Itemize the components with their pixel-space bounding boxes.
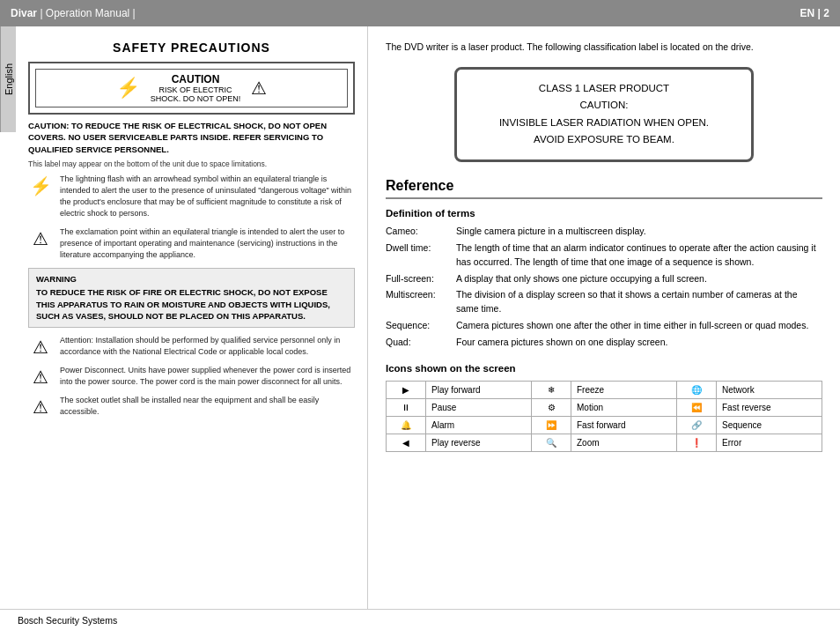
def-row: Dwell time:The length of time that an al… bbox=[386, 241, 822, 271]
language-tab: English bbox=[0, 26, 16, 132]
icon-name-cell: Zoom bbox=[571, 434, 677, 451]
icon-symbol-cell: ⚙ bbox=[532, 398, 571, 416]
exclaim-triangle-icon: ⚠ bbox=[251, 78, 267, 99]
icon-row: ⏸Pause⚙Motion⏪Fast reverse bbox=[387, 398, 822, 416]
def-desc: A display that only shows one picture oc… bbox=[456, 271, 822, 287]
laser-line1: CLASS 1 LASER PRODUCT bbox=[475, 80, 733, 98]
icon-row: 🔔Alarm⏩Fast forward🔗Sequence bbox=[387, 416, 822, 434]
main-content: SAFETY PRECAUTIONS ⚡ CAUTION RISK OF ELE… bbox=[16, 26, 840, 609]
def-term: Full-screen: bbox=[386, 271, 456, 287]
lightning-row: ⚡ The lightning flash with an arrowhead … bbox=[28, 174, 355, 219]
safety-title: SAFETY PRECAUTIONS bbox=[28, 41, 355, 55]
caution-box: ⚡ CAUTION RISK OF ELECTRIC SHOCK. DO NOT… bbox=[28, 62, 355, 115]
power-row: ⚠ Power Disconnect. Units have power sup… bbox=[28, 365, 355, 388]
warning-text: TO REDUCE THE RISK OF FIRE OR ELECTRIC S… bbox=[36, 286, 347, 322]
icon-row: ◀Play reverse🔍Zoom❗Error bbox=[387, 434, 822, 451]
header: Divar | Operation Manual | EN | 2 bbox=[0, 0, 840, 26]
warning-box: WARNING TO REDUCE THE RISK OF FIRE OR EL… bbox=[28, 268, 355, 328]
icon-name-cell: Fast forward bbox=[571, 416, 677, 434]
lightning-icon: ⚡ bbox=[116, 77, 140, 100]
icon-name-cell: Alarm bbox=[426, 416, 532, 434]
def-term: Cameo: bbox=[386, 224, 456, 241]
def-row: Quad:Four camera pictures shown on one d… bbox=[386, 334, 822, 351]
company-name: Bosch Security Systems bbox=[18, 615, 117, 626]
icon-name-cell: Play reverse bbox=[426, 434, 532, 451]
def-term: Dwell time: bbox=[386, 241, 456, 271]
definitions-table: Cameo:Single camera picture in a multisc… bbox=[386, 224, 822, 351]
lightning-description: The lightning flash with an arrowhead sy… bbox=[60, 174, 355, 219]
icons-title: Icons shown on the screen bbox=[386, 363, 822, 374]
language-label: English bbox=[4, 63, 14, 95]
icon-symbol-cell: ⏸ bbox=[387, 398, 426, 416]
icon-symbol-cell: ⏩ bbox=[532, 416, 571, 434]
socket-text: The socket outlet shall be installed nea… bbox=[60, 395, 355, 418]
icon-symbol-cell: ▶ bbox=[387, 381, 426, 398]
socket-icon: ⚠ bbox=[28, 397, 53, 418]
footer: Bosch Security Systems bbox=[0, 609, 840, 630]
doc-type: Operation Manual bbox=[46, 7, 129, 19]
attention-row: ⚠ Attention: Installation should be perf… bbox=[28, 335, 355, 358]
def-row: Sequence:Camera pictures shown one after… bbox=[386, 317, 822, 334]
lightning-sym-icon: ⚡ bbox=[28, 175, 53, 196]
exclaim-description: The exclamation point within an equilate… bbox=[60, 226, 355, 261]
exclaim-sym-icon: ⚠ bbox=[28, 228, 53, 249]
page-number: 2 bbox=[823, 7, 829, 19]
icon-name-cell: Error bbox=[717, 434, 822, 451]
socket-row: ⚠ The socket outlet shall be installed n… bbox=[28, 395, 355, 418]
icon-name-cell: Sequence bbox=[717, 416, 822, 434]
icon-symbol-cell: 🔔 bbox=[387, 416, 426, 434]
caution-title: CAUTION bbox=[151, 73, 240, 85]
def-title: Definition of terms bbox=[386, 208, 822, 219]
icon-name-cell: Freeze bbox=[571, 381, 677, 398]
power-icon: ⚠ bbox=[28, 367, 53, 388]
reference-title: Reference bbox=[386, 178, 822, 199]
right-column: The DVD writer is a laser product. The f… bbox=[368, 26, 840, 609]
def-desc: Camera pictures shown one after the othe… bbox=[456, 317, 822, 334]
brand-name: Divar bbox=[11, 7, 37, 19]
exclaim-row: ⚠ The exclamation point within an equila… bbox=[28, 226, 355, 261]
icon-symbol-cell: ⏪ bbox=[677, 398, 717, 416]
attention-icon: ⚠ bbox=[28, 337, 53, 358]
caution-sub1: RISK OF ELECTRIC bbox=[151, 85, 240, 94]
icon-symbol-cell: 🔗 bbox=[677, 416, 717, 434]
laser-classification-box: CLASS 1 LASER PRODUCT CAUTION: INVISIBLE… bbox=[454, 67, 754, 162]
warning-title: WARNING bbox=[36, 274, 347, 284]
icon-name-cell: Motion bbox=[571, 398, 677, 416]
icon-symbol-cell: 🔍 bbox=[532, 434, 571, 451]
icon-row: ▶Play forward❄Freeze🌐Network bbox=[387, 381, 822, 398]
right-intro: The DVD writer is a laser product. The f… bbox=[386, 41, 822, 55]
def-term: Multiscreen: bbox=[386, 287, 456, 318]
def-term: Sequence: bbox=[386, 317, 456, 334]
label-note: This label may appear on the bottom of t… bbox=[28, 159, 355, 168]
power-text: Power Disconnect. Units have power suppl… bbox=[60, 365, 355, 388]
def-desc: Four camera pictures shown on one displa… bbox=[456, 334, 822, 351]
left-column: SAFETY PRECAUTIONS ⚡ CAUTION RISK OF ELE… bbox=[16, 26, 368, 609]
def-row: Multiscreen:The division of a display sc… bbox=[386, 287, 822, 318]
caution-inner: ⚡ CAUTION RISK OF ELECTRIC SHOCK. DO NOT… bbox=[35, 69, 348, 107]
laser-line3: INVISIBLE LASER RADIATION WHEN OPEN. bbox=[475, 115, 733, 132]
laser-line2: CAUTION: bbox=[475, 97, 733, 115]
def-desc: Single camera picture in a multiscreen d… bbox=[456, 224, 822, 241]
header-right: EN | 2 bbox=[800, 7, 829, 19]
def-row: Cameo:Single camera picture in a multisc… bbox=[386, 224, 822, 241]
caution-sub2: SHOCK. DO NOT OPEN! bbox=[151, 94, 240, 103]
laser-line4: AVOID EXPOSURE TO BEAM. bbox=[475, 131, 733, 149]
def-desc: The length of time that an alarm indicat… bbox=[456, 241, 822, 271]
header-separator2: | bbox=[133, 7, 136, 19]
icon-name-cell: Fast reverse bbox=[717, 398, 822, 416]
icon-name-cell: Play forward bbox=[426, 381, 532, 398]
caution-warning-text: CAUTION: TO REDUCE THE RISK OF ELECTRICA… bbox=[28, 120, 355, 155]
attention-text: Attention: Installation should be perfor… bbox=[60, 335, 355, 358]
icons-table: ▶Play forward❄Freeze🌐Network⏸Pause⚙Motio… bbox=[386, 381, 822, 452]
caution-label: CAUTION RISK OF ELECTRIC SHOCK. DO NOT O… bbox=[151, 73, 240, 103]
header-left: Divar | Operation Manual | bbox=[11, 7, 136, 19]
def-row: Full-screen:A display that only shows on… bbox=[386, 271, 822, 287]
lang-code: EN bbox=[800, 7, 815, 19]
icon-name-cell: Pause bbox=[426, 398, 532, 416]
def-term: Quad: bbox=[386, 334, 456, 351]
icon-name-cell: Network bbox=[717, 381, 822, 398]
icon-symbol-cell: ❗ bbox=[677, 434, 717, 451]
icon-symbol-cell: ❄ bbox=[532, 381, 571, 398]
icon-symbol-cell: 🌐 bbox=[677, 381, 717, 398]
def-desc: The division of a display screen so that… bbox=[456, 287, 822, 318]
